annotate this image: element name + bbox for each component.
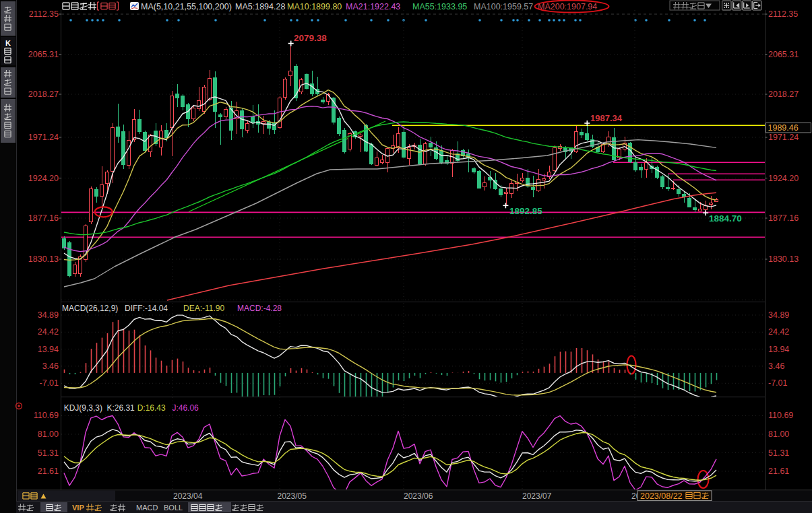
svg-text:MACD(26,12,9): MACD(26,12,9) <box>62 304 118 313</box>
svg-text:1892.85: 1892.85 <box>509 206 542 216</box>
svg-text:110.69: 110.69 <box>768 411 793 420</box>
svg-text:1924.20: 1924.20 <box>768 174 799 183</box>
svg-text:1877.16: 1877.16 <box>28 213 59 223</box>
svg-text:2065.31: 2065.31 <box>768 50 799 59</box>
svg-text:J:46.06: J:46.06 <box>172 403 199 413</box>
svg-text:2065.31: 2065.31 <box>28 50 59 59</box>
svg-text:2023/05: 2023/05 <box>278 491 307 501</box>
svg-text:2018.27: 2018.27 <box>768 90 799 99</box>
svg-text:3.46: 3.46 <box>768 362 784 371</box>
svg-text:K: K <box>5 39 11 47</box>
svg-text:1971.24: 1971.24 <box>768 133 799 142</box>
svg-text:2112.35: 2112.35 <box>29 9 59 19</box>
svg-text:1987.34: 1987.34 <box>590 113 623 123</box>
svg-text:13.94: 13.94 <box>768 345 789 354</box>
svg-text:MA5:1894.28: MA5:1894.28 <box>235 2 285 11</box>
svg-text:MACD:-4.28: MACD:-4.28 <box>237 304 282 313</box>
svg-text:MA100:1959.57: MA100:1959.57 <box>474 2 533 11</box>
svg-text:34.89: 34.89 <box>768 310 789 320</box>
svg-text:21.61: 21.61 <box>768 467 789 476</box>
svg-text:2079.38: 2079.38 <box>294 33 327 43</box>
svg-text:MA(5,10,21,55,100,200): MA(5,10,21,55,100,200) <box>141 2 232 11</box>
svg-text:-7.01: -7.01 <box>768 378 788 388</box>
svg-text:1989.46: 1989.46 <box>768 123 799 133</box>
svg-text:1884.70: 1884.70 <box>709 213 742 224</box>
svg-text:24.42: 24.42 <box>768 327 789 337</box>
svg-text:D:16.43: D:16.43 <box>137 403 166 413</box>
svg-text:KDJ(9,3,3): KDJ(9,3,3) <box>64 403 102 413</box>
svg-text:21.61: 21.61 <box>38 467 59 476</box>
svg-text:51.31: 51.31 <box>768 448 789 458</box>
svg-text:MACD: MACD <box>136 504 158 512</box>
svg-text:MA200:1907.94: MA200:1907.94 <box>538 2 597 11</box>
svg-text:1830.13: 1830.13 <box>28 254 59 264</box>
svg-text:DEA:-11.90: DEA:-11.90 <box>183 304 224 313</box>
svg-text:110.69: 110.69 <box>34 411 59 420</box>
svg-text:2023/06: 2023/06 <box>404 491 433 501</box>
svg-text:3.46: 3.46 <box>42 362 59 371</box>
svg-text:51.31: 51.31 <box>38 448 59 458</box>
svg-text:MA10:1899.80: MA10:1899.80 <box>287 2 342 11</box>
svg-text:MA21:1922.43: MA21:1922.43 <box>346 2 400 11</box>
svg-text:DIFF:-14.04: DIFF:-14.04 <box>125 304 168 313</box>
svg-text:1830.13: 1830.13 <box>768 254 799 264</box>
svg-text:K:26.31: K:26.31 <box>106 403 135 413</box>
svg-text:BOLL: BOLL <box>164 504 183 512</box>
svg-text:MA55:1933.95: MA55:1933.95 <box>412 2 467 11</box>
svg-text:24.42: 24.42 <box>38 327 59 337</box>
svg-text:1924.20: 1924.20 <box>28 174 59 183</box>
svg-text:2112.35: 2112.35 <box>768 9 798 19</box>
svg-text:13.94: 13.94 <box>38 345 59 354</box>
svg-text:-7.01: -7.01 <box>40 378 59 388</box>
svg-text:2018.27: 2018.27 <box>28 90 59 99</box>
svg-text:81.00: 81.00 <box>768 430 789 439</box>
svg-text:1971.24: 1971.24 <box>28 133 59 142</box>
svg-text:2023/04: 2023/04 <box>173 491 203 501</box>
svg-text:VIP: VIP <box>72 504 84 512</box>
svg-text:1877.16: 1877.16 <box>768 213 799 223</box>
svg-text:2023/07: 2023/07 <box>522 491 552 501</box>
svg-text:2023/08/22: 2023/08/22 <box>640 491 683 501</box>
svg-text:34.89: 34.89 <box>38 310 59 320</box>
svg-text:81.00: 81.00 <box>38 430 59 439</box>
